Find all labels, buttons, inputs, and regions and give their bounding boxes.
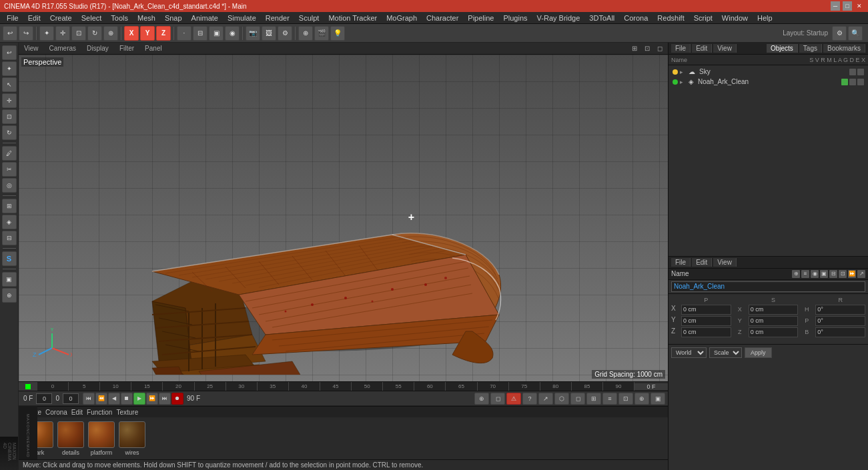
prop-icon-7[interactable]: ⏩ (848, 270, 856, 278)
camera-button[interactable]: 🎬 (314, 26, 329, 41)
render-region-button[interactable]: ◻ (490, 393, 505, 405)
render-list-button[interactable]: ≡ (602, 393, 617, 405)
world-dropdown[interactable]: World Object (671, 347, 707, 358)
menu-vray[interactable]: V-Ray Bridge (533, 13, 584, 23)
mat-corona-menu[interactable]: Corona (45, 409, 67, 416)
render-view-button[interactable]: ▣ (650, 393, 665, 405)
go-to-start-button[interactable]: ⏮ (83, 393, 95, 405)
ark-icon-2[interactable] (849, 79, 856, 85)
left-tool-scale[interactable]: ⊡ (2, 109, 17, 124)
settings-button[interactable]: ⚙ (832, 26, 847, 41)
vp-icon-2[interactable]: ⊡ (642, 45, 653, 52)
move-render-button[interactable]: ↗ (538, 393, 553, 405)
3d-viewport[interactable]: Perspective + (19, 55, 668, 381)
z-size-input[interactable] (749, 327, 799, 337)
menu-create[interactable]: Create (46, 13, 76, 23)
fps-input[interactable] (63, 393, 79, 404)
prop-icon-5[interactable]: ⊟ (829, 270, 837, 278)
y-size-input[interactable] (749, 316, 799, 326)
bookmarks-tab[interactable]: Bookmarks (823, 44, 865, 53)
left-tool-bevel[interactable]: ◈ (2, 215, 17, 229)
left-tool-magnet[interactable]: ◎ (2, 178, 17, 193)
left-tool-extrude[interactable]: ⊞ (2, 199, 17, 213)
left-tool-s[interactable]: S (2, 251, 17, 266)
left-tool-rotate[interactable]: ↻ (2, 125, 17, 140)
prop-view-tab[interactable]: View (713, 258, 737, 267)
tags-tab[interactable]: Tags (799, 44, 822, 53)
panel-menu[interactable]: Panel (142, 45, 165, 52)
render-options-button[interactable]: ◻ (570, 393, 585, 405)
menu-3dtoall[interactable]: 3DToAll (585, 13, 618, 23)
scene-item-noah-ark[interactable]: ▸ ◈ Noah_Ark_Clean (670, 77, 867, 87)
left-tool-2[interactable]: ✦ (2, 61, 17, 76)
x-axis-button[interactable]: X (124, 26, 139, 41)
render-button[interactable]: 🖼 (262, 26, 276, 41)
live-selection-button[interactable]: ✦ (39, 26, 54, 41)
prop-icon-2[interactable]: ≡ (801, 270, 809, 278)
mat-function-menu[interactable]: Function (87, 409, 112, 416)
apply-button[interactable]: Apply (745, 347, 772, 358)
frame-input[interactable] (36, 393, 52, 404)
material-platform[interactable]: platform (88, 421, 115, 456)
filter-menu[interactable]: Filter (117, 45, 137, 52)
material-wires[interactable]: wires (119, 421, 145, 456)
z-pos-input[interactable] (681, 327, 731, 337)
render-mode-button[interactable]: ⬡ (554, 393, 569, 405)
prop-icon-6[interactable]: ⊡ (839, 270, 847, 278)
play-reverse-button[interactable]: ◀ (108, 393, 120, 405)
menu-motion-tracker[interactable]: Motion Tracker (324, 13, 381, 23)
menu-render[interactable]: Render (262, 13, 294, 23)
menu-redshift[interactable]: Redshift (653, 13, 688, 23)
timeline-track[interactable]: 0 5 10 15 20 25 30 35 40 45 50 55 60 65 … (37, 382, 634, 391)
polygons-mode-button[interactable]: ▣ (209, 26, 224, 41)
cameras-menu[interactable]: Cameras (47, 45, 79, 52)
menu-file[interactable]: File (3, 13, 23, 23)
x-rot-input[interactable] (815, 305, 865, 315)
redo-button[interactable]: ↪ (19, 26, 33, 41)
menu-mograph[interactable]: MoGraph (382, 13, 421, 23)
left-tool-uv[interactable]: ⊕ (2, 288, 17, 303)
menu-window[interactable]: Window (718, 13, 752, 23)
snap-render-button[interactable]: ⊕ (474, 393, 489, 405)
x-size-input[interactable] (749, 305, 799, 315)
sky-icon-2[interactable] (857, 69, 864, 75)
record-button[interactable]: ⏺ (171, 393, 183, 405)
ark-icon-1[interactable] (841, 79, 848, 85)
points-mode-button[interactable]: · (177, 26, 191, 41)
prop-file-tab[interactable]: File (671, 258, 691, 267)
move-tool-button[interactable]: ✛ (55, 26, 70, 41)
scale-tool-button[interactable]: ⊡ (71, 26, 86, 41)
rotate-tool-button[interactable]: ↻ (87, 26, 102, 41)
obj-panel-file-tab[interactable]: File (671, 44, 691, 53)
object-mode-button[interactable]: ◉ (225, 26, 240, 41)
menu-edit[interactable]: Edit (24, 13, 45, 23)
material-details[interactable]: details (57, 421, 84, 456)
sky-icon-1[interactable] (849, 69, 856, 75)
prop-icon-3[interactable]: ◉ (811, 270, 819, 278)
menu-script[interactable]: Script (690, 13, 717, 23)
menu-pipeline[interactable]: Pipeline (464, 13, 498, 23)
ark-icon-3[interactable] (857, 79, 864, 85)
stop-button[interactable]: ⏹ (121, 393, 133, 405)
menu-snap[interactable]: Snap (161, 13, 186, 23)
vp-icon-3[interactable]: ◻ (655, 45, 665, 52)
render-view-button[interactable]: 📷 (246, 26, 260, 41)
menu-tools[interactable]: Tools (107, 13, 132, 23)
left-tool-1[interactable]: ↩ (2, 45, 17, 60)
menu-mesh[interactable]: Mesh (133, 13, 159, 23)
undo-button[interactable]: ↩ (3, 26, 17, 41)
y-pos-input[interactable] (681, 316, 731, 326)
transform-button[interactable]: ⊕ (103, 26, 118, 41)
prop-edit-tab[interactable]: Edit (692, 258, 712, 267)
play-button[interactable]: ▶ (133, 393, 145, 405)
prop-icon-1[interactable]: ⊕ (792, 270, 800, 278)
obj-panel-edit-tab[interactable]: Edit (692, 44, 712, 53)
left-tool-cursor[interactable]: ↖ (2, 77, 17, 92)
close-button[interactable]: ✕ (855, 1, 864, 11)
scale-dropdown[interactable]: Scale (709, 347, 742, 358)
mat-edit-menu[interactable]: Edit (71, 409, 83, 416)
mat-texture-menu[interactable]: Texture (116, 409, 138, 416)
objects-tab[interactable]: Objects (767, 44, 798, 53)
menu-select[interactable]: Select (77, 13, 106, 23)
minimize-button[interactable]: ─ (831, 1, 840, 11)
